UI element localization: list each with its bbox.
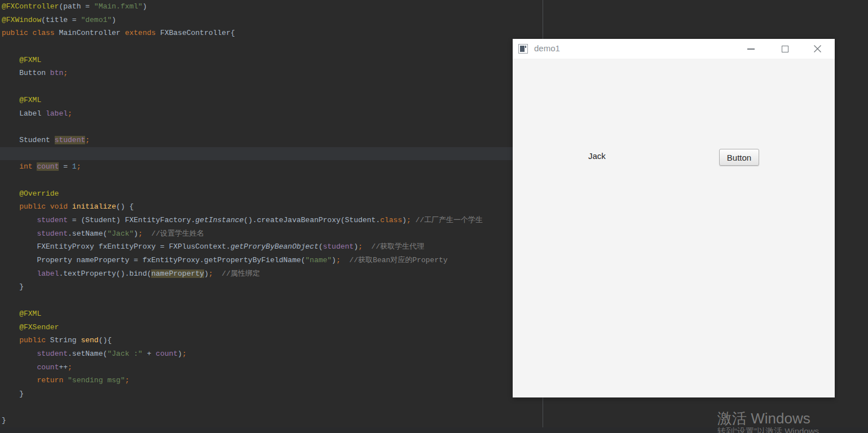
- code-line: public void initialize() {: [0, 200, 543, 214]
- minimize-button[interactable]: [742, 39, 760, 59]
- send-button[interactable]: Button: [719, 149, 759, 166]
- code-line: [0, 147, 543, 161]
- code-line: Property nameProperty = fxEntityProxy.ge…: [0, 254, 543, 267]
- window-titlebar[interactable]: demo1: [513, 39, 835, 59]
- demo1-window: demo1 Jack Button: [513, 39, 835, 397]
- window-title: demo1: [534, 43, 560, 53]
- code-line: }: [0, 280, 543, 294]
- code-editor[interactable]: @FXController(path = "Main.fxml")@FXWind…: [0, 0, 543, 427]
- code-line: count++;: [0, 361, 543, 374]
- maximize-button[interactable]: [776, 39, 794, 59]
- code-line: }: [0, 387, 543, 401]
- app-window-icon: [518, 44, 528, 54]
- maximize-icon: [782, 46, 788, 52]
- activate-windows-hint: 转到“设置”以激活 Windows: [717, 426, 819, 433]
- close-icon: [813, 45, 822, 53]
- activate-windows-watermark: 激活 Windows: [717, 409, 810, 428]
- code-line: student.setName("Jack"); //设置学生姓名: [0, 227, 543, 241]
- name-label: Jack: [588, 151, 606, 161]
- code-line: student.setName("Jack :" + count);: [0, 347, 543, 361]
- code-line: @FXSender: [0, 321, 543, 334]
- code-line: [0, 294, 543, 307]
- code-line: public class MainController extends FXBa…: [0, 26, 543, 40]
- code-line: int count = 1;: [0, 160, 543, 174]
- code-line: Button btn;: [0, 67, 543, 80]
- window-content: Jack Button: [513, 59, 835, 397]
- code-line: Label label;: [0, 107, 543, 121]
- code-line: @FXML: [0, 94, 543, 107]
- code-line: public String send(){: [0, 334, 543, 347]
- code-line: @FXWindow(title = "demo1"): [0, 14, 543, 27]
- code-line: [0, 174, 543, 187]
- code-line: @FXController(path = "Main.fxml"): [0, 0, 543, 14]
- code-line: return "sending msg";: [0, 374, 543, 387]
- code-line: }: [0, 414, 543, 427]
- close-button[interactable]: [808, 39, 826, 59]
- code-line: @FXML: [0, 307, 543, 321]
- code-line: [0, 120, 543, 134]
- code-line: @Override: [0, 187, 543, 201]
- code-line: Student student;: [0, 134, 543, 147]
- code-line: FXEntityProxy fxEntityProxy = FXPlusCont…: [0, 240, 543, 254]
- minimize-icon: [747, 48, 755, 50]
- code-line: [0, 80, 543, 94]
- code-line: student = (Student) FXEntityFactory.getI…: [0, 214, 543, 227]
- code-line: [0, 401, 543, 414]
- code-line: label.textProperty().bind(nameProperty);…: [0, 267, 543, 281]
- code-line: @FXML: [0, 54, 543, 67]
- code-line: [0, 40, 543, 54]
